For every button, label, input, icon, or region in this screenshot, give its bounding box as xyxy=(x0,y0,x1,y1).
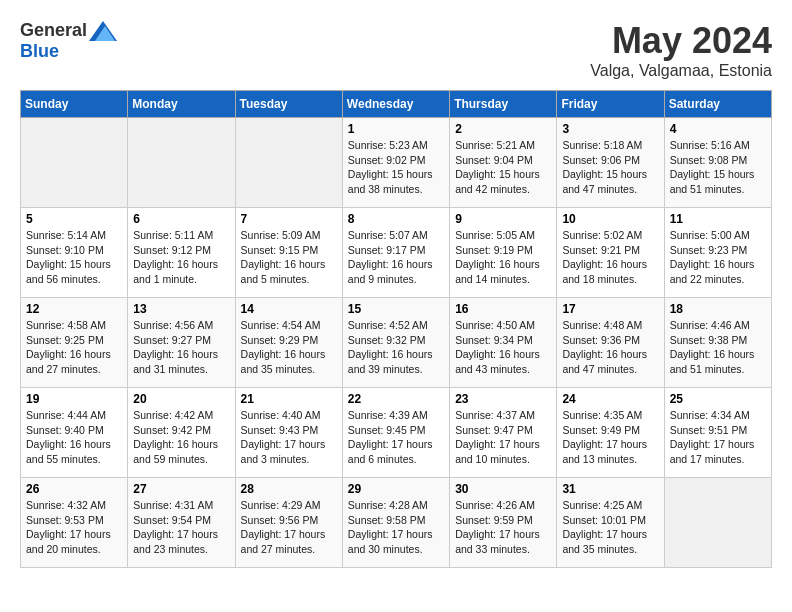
calendar-cell: 24Sunrise: 4:35 AMSunset: 9:49 PMDayligh… xyxy=(557,388,664,478)
calendar-cell: 14Sunrise: 4:54 AMSunset: 9:29 PMDayligh… xyxy=(235,298,342,388)
day-number: 2 xyxy=(455,122,551,136)
location-text: Valga, Valgamaa, Estonia xyxy=(590,62,772,80)
day-info: Sunrise: 4:31 AMSunset: 9:54 PMDaylight:… xyxy=(133,498,229,557)
logo-blue-text: Blue xyxy=(20,41,59,62)
day-header-wednesday: Wednesday xyxy=(342,91,449,118)
calendar-cell: 18Sunrise: 4:46 AMSunset: 9:38 PMDayligh… xyxy=(664,298,771,388)
calendar-cell: 31Sunrise: 4:25 AMSunset: 10:01 PMDaylig… xyxy=(557,478,664,568)
day-info: Sunrise: 4:56 AMSunset: 9:27 PMDaylight:… xyxy=(133,318,229,377)
calendar-cell: 6Sunrise: 5:11 AMSunset: 9:12 PMDaylight… xyxy=(128,208,235,298)
calendar-cell: 4Sunrise: 5:16 AMSunset: 9:08 PMDaylight… xyxy=(664,118,771,208)
day-info: Sunrise: 5:11 AMSunset: 9:12 PMDaylight:… xyxy=(133,228,229,287)
day-info: Sunrise: 4:26 AMSunset: 9:59 PMDaylight:… xyxy=(455,498,551,557)
calendar-week-row: 19Sunrise: 4:44 AMSunset: 9:40 PMDayligh… xyxy=(21,388,772,478)
day-number: 27 xyxy=(133,482,229,496)
day-number: 6 xyxy=(133,212,229,226)
calendar-week-row: 5Sunrise: 5:14 AMSunset: 9:10 PMDaylight… xyxy=(21,208,772,298)
page-header: General Blue May 2024 Valga, Valgamaa, E… xyxy=(20,20,772,80)
calendar-cell: 30Sunrise: 4:26 AMSunset: 9:59 PMDayligh… xyxy=(450,478,557,568)
logo-icon xyxy=(89,21,117,41)
day-info: Sunrise: 4:48 AMSunset: 9:36 PMDaylight:… xyxy=(562,318,658,377)
day-info: Sunrise: 5:05 AMSunset: 9:19 PMDaylight:… xyxy=(455,228,551,287)
day-header-friday: Friday xyxy=(557,91,664,118)
day-number: 14 xyxy=(241,302,337,316)
day-number: 25 xyxy=(670,392,766,406)
calendar-cell: 25Sunrise: 4:34 AMSunset: 9:51 PMDayligh… xyxy=(664,388,771,478)
day-number: 9 xyxy=(455,212,551,226)
calendar-cell xyxy=(128,118,235,208)
day-info: Sunrise: 4:52 AMSunset: 9:32 PMDaylight:… xyxy=(348,318,444,377)
day-info: Sunrise: 4:29 AMSunset: 9:56 PMDaylight:… xyxy=(241,498,337,557)
day-info: Sunrise: 4:28 AMSunset: 9:58 PMDaylight:… xyxy=(348,498,444,557)
day-info: Sunrise: 5:16 AMSunset: 9:08 PMDaylight:… xyxy=(670,138,766,197)
logo: General Blue xyxy=(20,20,117,62)
calendar-cell: 7Sunrise: 5:09 AMSunset: 9:15 PMDaylight… xyxy=(235,208,342,298)
day-number: 21 xyxy=(241,392,337,406)
day-number: 31 xyxy=(562,482,658,496)
day-number: 5 xyxy=(26,212,122,226)
calendar-cell: 1Sunrise: 5:23 AMSunset: 9:02 PMDaylight… xyxy=(342,118,449,208)
day-info: Sunrise: 5:00 AMSunset: 9:23 PMDaylight:… xyxy=(670,228,766,287)
day-number: 1 xyxy=(348,122,444,136)
day-number: 23 xyxy=(455,392,551,406)
day-number: 17 xyxy=(562,302,658,316)
day-number: 26 xyxy=(26,482,122,496)
day-info: Sunrise: 5:14 AMSunset: 9:10 PMDaylight:… xyxy=(26,228,122,287)
calendar-cell: 3Sunrise: 5:18 AMSunset: 9:06 PMDaylight… xyxy=(557,118,664,208)
day-info: Sunrise: 4:37 AMSunset: 9:47 PMDaylight:… xyxy=(455,408,551,467)
day-info: Sunrise: 5:18 AMSunset: 9:06 PMDaylight:… xyxy=(562,138,658,197)
calendar-cell: 29Sunrise: 4:28 AMSunset: 9:58 PMDayligh… xyxy=(342,478,449,568)
calendar-cell: 27Sunrise: 4:31 AMSunset: 9:54 PMDayligh… xyxy=(128,478,235,568)
day-info: Sunrise: 4:42 AMSunset: 9:42 PMDaylight:… xyxy=(133,408,229,467)
day-number: 13 xyxy=(133,302,229,316)
day-header-tuesday: Tuesday xyxy=(235,91,342,118)
day-number: 8 xyxy=(348,212,444,226)
calendar-cell xyxy=(235,118,342,208)
day-header-thursday: Thursday xyxy=(450,91,557,118)
day-header-saturday: Saturday xyxy=(664,91,771,118)
day-number: 10 xyxy=(562,212,658,226)
month-title: May 2024 xyxy=(590,20,772,62)
day-info: Sunrise: 4:44 AMSunset: 9:40 PMDaylight:… xyxy=(26,408,122,467)
day-info: Sunrise: 4:58 AMSunset: 9:25 PMDaylight:… xyxy=(26,318,122,377)
day-info: Sunrise: 5:21 AMSunset: 9:04 PMDaylight:… xyxy=(455,138,551,197)
day-info: Sunrise: 4:34 AMSunset: 9:51 PMDaylight:… xyxy=(670,408,766,467)
day-info: Sunrise: 5:23 AMSunset: 9:02 PMDaylight:… xyxy=(348,138,444,197)
day-number: 7 xyxy=(241,212,337,226)
day-info: Sunrise: 5:02 AMSunset: 9:21 PMDaylight:… xyxy=(562,228,658,287)
day-info: Sunrise: 4:54 AMSunset: 9:29 PMDaylight:… xyxy=(241,318,337,377)
day-number: 24 xyxy=(562,392,658,406)
day-number: 30 xyxy=(455,482,551,496)
calendar-week-row: 1Sunrise: 5:23 AMSunset: 9:02 PMDaylight… xyxy=(21,118,772,208)
calendar-cell: 28Sunrise: 4:29 AMSunset: 9:56 PMDayligh… xyxy=(235,478,342,568)
day-info: Sunrise: 4:25 AMSunset: 10:01 PMDaylight… xyxy=(562,498,658,557)
day-info: Sunrise: 5:07 AMSunset: 9:17 PMDaylight:… xyxy=(348,228,444,287)
calendar-cell: 21Sunrise: 4:40 AMSunset: 9:43 PMDayligh… xyxy=(235,388,342,478)
calendar-cell xyxy=(664,478,771,568)
day-number: 16 xyxy=(455,302,551,316)
day-number: 15 xyxy=(348,302,444,316)
calendar-cell: 8Sunrise: 5:07 AMSunset: 9:17 PMDaylight… xyxy=(342,208,449,298)
calendar-week-row: 12Sunrise: 4:58 AMSunset: 9:25 PMDayligh… xyxy=(21,298,772,388)
day-number: 4 xyxy=(670,122,766,136)
calendar-cell: 19Sunrise: 4:44 AMSunset: 9:40 PMDayligh… xyxy=(21,388,128,478)
title-block: May 2024 Valga, Valgamaa, Estonia xyxy=(590,20,772,80)
day-number: 28 xyxy=(241,482,337,496)
day-info: Sunrise: 4:46 AMSunset: 9:38 PMDaylight:… xyxy=(670,318,766,377)
calendar-week-row: 26Sunrise: 4:32 AMSunset: 9:53 PMDayligh… xyxy=(21,478,772,568)
calendar-table: SundayMondayTuesdayWednesdayThursdayFrid… xyxy=(20,90,772,568)
calendar-cell: 26Sunrise: 4:32 AMSunset: 9:53 PMDayligh… xyxy=(21,478,128,568)
day-header-monday: Monday xyxy=(128,91,235,118)
calendar-cell: 15Sunrise: 4:52 AMSunset: 9:32 PMDayligh… xyxy=(342,298,449,388)
calendar-cell: 9Sunrise: 5:05 AMSunset: 9:19 PMDaylight… xyxy=(450,208,557,298)
day-info: Sunrise: 4:39 AMSunset: 9:45 PMDaylight:… xyxy=(348,408,444,467)
calendar-cell: 12Sunrise: 4:58 AMSunset: 9:25 PMDayligh… xyxy=(21,298,128,388)
calendar-cell: 10Sunrise: 5:02 AMSunset: 9:21 PMDayligh… xyxy=(557,208,664,298)
day-number: 18 xyxy=(670,302,766,316)
day-number: 29 xyxy=(348,482,444,496)
day-info: Sunrise: 4:40 AMSunset: 9:43 PMDaylight:… xyxy=(241,408,337,467)
logo-general-text: General xyxy=(20,20,87,41)
day-info: Sunrise: 5:09 AMSunset: 9:15 PMDaylight:… xyxy=(241,228,337,287)
calendar-cell: 20Sunrise: 4:42 AMSunset: 9:42 PMDayligh… xyxy=(128,388,235,478)
calendar-header-row: SundayMondayTuesdayWednesdayThursdayFrid… xyxy=(21,91,772,118)
